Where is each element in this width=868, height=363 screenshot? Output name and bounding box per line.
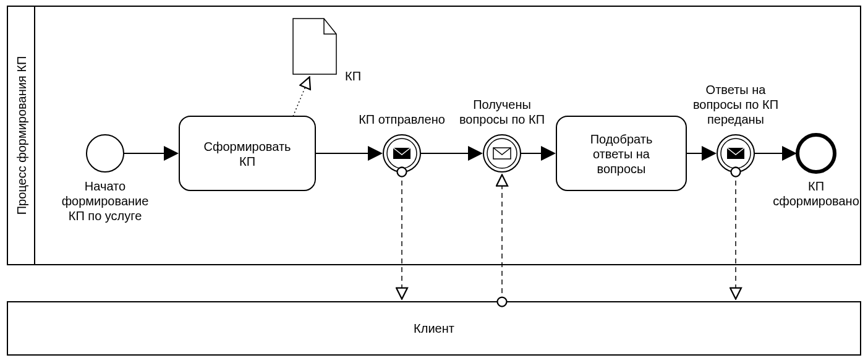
event-label: КП отправлено xyxy=(359,113,445,126)
svg-rect-4 xyxy=(179,116,315,190)
pool-title: Процесс формирования КП xyxy=(15,56,28,215)
task-select-answers: Подобрать ответы на вопросы xyxy=(556,116,686,190)
envelope-icon xyxy=(727,148,744,159)
event-answers-sent: Ответы на вопросы по КП переданы xyxy=(693,83,778,172)
envelope-icon xyxy=(493,148,511,159)
svg-text:Сформировать: Сформировать xyxy=(204,140,291,153)
svg-text:переданы: переданы xyxy=(707,113,764,126)
bpmn-diagram: Процесс формирования КП Начато формирова… xyxy=(0,0,868,363)
svg-text:ответы на: ответы на xyxy=(593,147,650,161)
data-object-kp: КП xyxy=(293,19,361,83)
svg-text:КП: КП xyxy=(239,155,255,168)
event-questions-received: Получены вопросы по КП xyxy=(459,98,545,172)
start-label: формирование xyxy=(62,194,149,208)
task-form-kp: Сформировать КП xyxy=(179,116,315,190)
svg-text:вопросы по КП: вопросы по КП xyxy=(693,98,778,111)
artifact-label: КП xyxy=(345,69,361,83)
envelope-icon xyxy=(393,148,411,159)
svg-text:Подобрать: Подобрать xyxy=(590,132,653,146)
svg-point-25 xyxy=(798,135,835,172)
start-label: КП по услуге xyxy=(69,209,142,223)
svg-text:сформировано: сформировано xyxy=(773,194,859,208)
end-event: КП сформировано xyxy=(773,135,859,208)
participant-client: Клиент xyxy=(7,302,861,355)
svg-text:Получены: Получены xyxy=(473,98,531,111)
start-label: Начато xyxy=(85,179,126,193)
svg-text:КП: КП xyxy=(808,179,824,193)
participant-title: Клиент xyxy=(414,322,454,335)
start-event: Начато формирование КП по услуге xyxy=(62,135,149,223)
association xyxy=(293,78,309,116)
svg-point-3 xyxy=(87,135,124,172)
svg-text:вопросы по КП: вопросы по КП xyxy=(459,113,545,126)
svg-text:вопросы: вопросы xyxy=(597,162,646,176)
svg-text:Ответы на: Ответы на xyxy=(706,83,767,96)
event-kp-sent: КП отправлено xyxy=(359,113,445,172)
